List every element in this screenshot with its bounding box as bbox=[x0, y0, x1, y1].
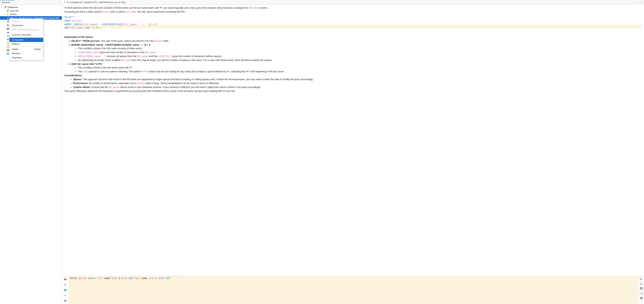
input-left-toolbar: 📤 🗂 🌍 ⚛ ➕ bbox=[62, 276, 68, 304]
list-item: Performance: Be mindful of performance, … bbox=[73, 82, 642, 85]
tab-controls: ‹ › ⌄ ▢ bbox=[634, 1, 644, 4]
closing-line: This query effectively addresses the dev… bbox=[64, 89, 642, 93]
explanation-heading: Explanation of the Query: bbox=[64, 35, 642, 39]
settings-icon[interactable]: ⚛ bbox=[63, 294, 67, 297]
sub-list: This condition checks if the full name c… bbox=[71, 47, 642, 62]
table-icon[interactable]: ▦ bbox=[640, 296, 643, 300]
menu-execute-command[interactable]: Execute Command... bbox=[10, 32, 43, 37]
dropdown-icon[interactable]: ⌄ bbox=[638, 1, 640, 4]
history-icon[interactable]: 🗂 bbox=[63, 282, 67, 286]
export-icon[interactable]: ⇥ bbox=[640, 292, 643, 295]
input-right-toolbar: ▶ 📋 💾 ⇥ ▦ bbox=[638, 276, 644, 304]
menu-separator bbox=[10, 46, 43, 47]
chat-input[interactable]: Fetch person where full name have 3 word… bbox=[68, 276, 638, 304]
menu-disconnect[interactable]: Disconnect bbox=[10, 23, 43, 28]
maximize-icon[interactable]: ▢ bbox=[640, 1, 643, 4]
globe-icon: 🌐 bbox=[6, 52, 9, 55]
list-item: This condition checks if the last name s… bbox=[78, 66, 642, 70]
ai-icon: ⚛ bbox=[64, 1, 66, 4]
server-icon: 🖥 bbox=[6, 38, 9, 41]
server-icon: 🖧 bbox=[6, 24, 9, 26]
chat-output: To fetch persons where the full name con… bbox=[62, 5, 644, 276]
list-item: WHERE LENGTH(full_name) - LENGTH(REPLACE… bbox=[71, 43, 642, 62]
list-item: Spaces: This approach assumes that words… bbox=[73, 78, 642, 81]
list-item: AND full_name LIKE '% P%': This conditio… bbox=[71, 62, 642, 73]
next-icon[interactable]: › bbox=[636, 1, 637, 4]
task-icon: 📋 bbox=[6, 45, 9, 48]
menu-make-preferred[interactable]: Make Preferred Connection bbox=[10, 28, 43, 32]
menu-refresh[interactable]: Refresh bbox=[10, 42, 43, 46]
list-item: By subtracting the length of the modifie… bbox=[78, 58, 642, 62]
globe-icon[interactable]: 🌍 bbox=[63, 288, 67, 292]
services-tab-label: Services bbox=[2, 1, 10, 4]
task-icon: 📋 bbox=[6, 42, 9, 44]
list-item: The LIKE operator is used for pattern ma… bbox=[78, 70, 642, 73]
folder-icon: 📁 bbox=[6, 13, 9, 16]
tree-item-drivers[interactable]: › 📁 Drivers bbox=[0, 12, 62, 16]
prev-icon[interactable]: ‹ bbox=[634, 1, 635, 4]
server-icon: 🖥 bbox=[6, 20, 9, 23]
chat-input-area: 📤 🗂 🌍 ⚛ ➕ Fetch person where full name h… bbox=[62, 276, 644, 304]
menu-ai-assistant[interactable]: AI Assistant bbox=[10, 38, 43, 42]
sql-code-block[interactable]: SELECT * FROM persons WHERE LENGTH(full_… bbox=[64, 15, 642, 30]
new-icon[interactable]: ➕ bbox=[63, 299, 67, 303]
minimize-icon[interactable]: — bbox=[58, 1, 62, 4]
list-item: Column Names: Ensure that the full_name … bbox=[73, 86, 642, 89]
close-icon[interactable]: × bbox=[11, 1, 12, 4]
database-icon: 🗄 bbox=[6, 10, 9, 12]
intro-line-2: Assuming you have a table named persons … bbox=[64, 10, 642, 14]
maven-icon: 📦 bbox=[6, 27, 9, 30]
considerations-list: Spaces: This approach assumes that words… bbox=[64, 78, 642, 89]
save-icon[interactable]: 💾 bbox=[640, 287, 643, 290]
list-item: SELECT * FROM persons: This part of the … bbox=[71, 39, 642, 43]
close-icon[interactable]: × bbox=[126, 1, 127, 4]
database-icon: 🗄 bbox=[4, 6, 7, 9]
menu-delete[interactable]: DeleteDelete bbox=[10, 47, 43, 51]
menu-separator bbox=[10, 32, 43, 32]
list-item: LENGTH(full_name) gives the total number… bbox=[78, 50, 642, 54]
ai-chat-tab[interactable]: ⚛ AI Chat [jdbc:h2:~/test45;AUTO_SERVER=… bbox=[62, 0, 129, 4]
explanation-list: SELECT * FROM persons: This part of the … bbox=[64, 39, 642, 73]
list-item: REPLACE(full_name, ' ', '') removes all … bbox=[78, 54, 642, 58]
run-icon[interactable]: ▶ bbox=[640, 277, 643, 280]
tree-item-javadb[interactable]: › 🗄 Java DB bbox=[0, 9, 62, 12]
context-menu: Connect... Disconnect Make Preferred Con… bbox=[9, 18, 43, 60]
ai-chat-tab-label: AI Chat [jdbc:h2:~/test45;AUTO_SERVER=tr… bbox=[67, 1, 125, 4]
services-tab-bar: Services × — bbox=[0, 0, 62, 5]
tree-label: Java DB bbox=[10, 10, 18, 12]
sub-list: This condition checks if the last name s… bbox=[71, 66, 642, 73]
package-icon: 📦 bbox=[6, 49, 9, 52]
menu-properties[interactable]: Properties bbox=[10, 56, 43, 60]
connection-icon: 🔗 bbox=[6, 17, 9, 19]
tree-label: Databases bbox=[8, 6, 18, 8]
services-panel: Services × — ▾ 🗄 Databases › 🗄 Java DB ›… bbox=[0, 0, 62, 304]
menu-rename[interactable]: Rename... bbox=[10, 51, 43, 56]
considerations-heading: Considerations: bbox=[64, 74, 642, 77]
copy-icon[interactable]: 📋 bbox=[640, 282, 643, 285]
ai-chat-tab-bar: ⚛ AI Chat [jdbc:h2:~/test45;AUTO_SERVER=… bbox=[62, 0, 644, 5]
services-tab[interactable]: Services × bbox=[0, 0, 14, 4]
menu-connect[interactable]: Connect... bbox=[10, 19, 43, 23]
tree-label: Drivers bbox=[10, 13, 17, 16]
intro-line-1: To fetch persons where the full name con… bbox=[64, 6, 642, 10]
list-item: This condition checks if the full name c… bbox=[78, 47, 642, 50]
ai-chat-panel: ⚛ AI Chat [jdbc:h2:~/test45;AUTO_SERVER=… bbox=[62, 0, 644, 304]
tree-root-databases[interactable]: ▾ 🗄 Databases bbox=[0, 6, 62, 9]
send-icon[interactable]: 📤 bbox=[63, 277, 67, 281]
docker-icon: 🐳 bbox=[6, 34, 9, 37]
cloud-icon: ☁ bbox=[6, 31, 9, 34]
